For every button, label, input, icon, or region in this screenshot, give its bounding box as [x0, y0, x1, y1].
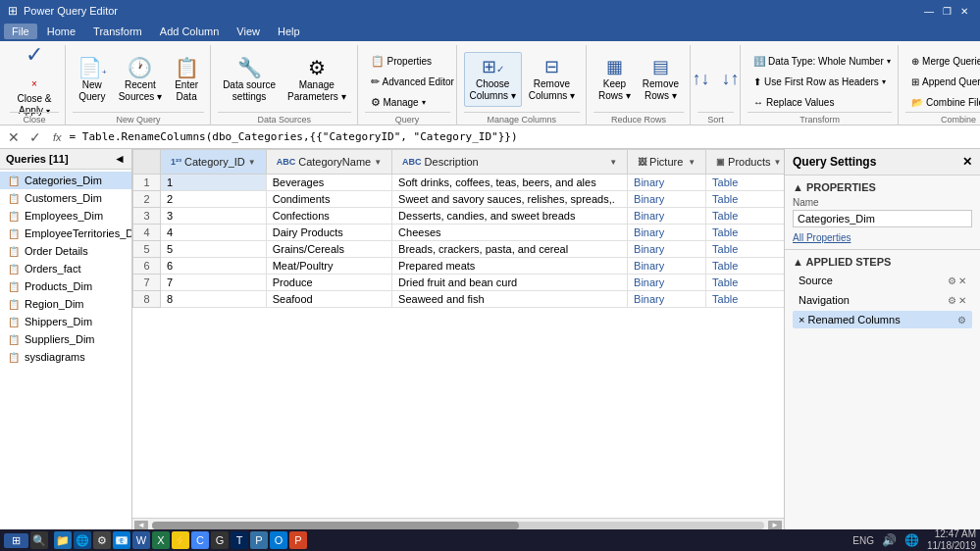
close-btn[interactable]: ✕: [956, 3, 972, 19]
taskbar-icon-python[interactable]: P: [250, 531, 268, 549]
search-btn[interactable]: 🔍: [30, 531, 48, 549]
query-item-region-dim[interactable]: 📋 Region_Dim: [0, 295, 131, 313]
taskbar-icon-explorer[interactable]: 📁: [54, 531, 72, 549]
col-header-description[interactable]: ABC Description ▼: [392, 150, 628, 175]
formula-cancel-btn[interactable]: ✕: [4, 129, 24, 145]
query-label: Customers_Dim: [25, 192, 102, 204]
taskbar-icon-powerpoint[interactable]: P: [289, 531, 307, 549]
step-delete-icon[interactable]: ✕: [958, 276, 966, 286]
replace-values-btn[interactable]: ↔ Replace Values: [748, 92, 892, 112]
close-apply-btn[interactable]: ✓× Close &Apply ▾: [10, 52, 59, 107]
taskbar-network[interactable]: 🌐: [904, 533, 919, 547]
keep-rows-btn[interactable]: ▦ KeepRows ▾: [593, 52, 636, 107]
remove-rows-btn[interactable]: ▤ RemoveRows ▾: [638, 52, 684, 107]
taskbar-icon-powerbi[interactable]: ⚡: [172, 531, 189, 549]
append-queries-btn[interactable]: ⊞ Append Queries ▾: [905, 72, 980, 91]
taskbar-icon-excel[interactable]: X: [152, 531, 170, 549]
col-header-category-name[interactable]: ABC CategoryName ▼: [266, 150, 391, 175]
enter-data-btn[interactable]: 📋 EnterData: [169, 52, 204, 107]
advanced-editor-btn[interactable]: ✏ Advanced Editor: [365, 72, 450, 91]
menu-view[interactable]: View: [229, 24, 268, 39]
query-item-orders-fact[interactable]: 📋 Orders_fact: [0, 260, 131, 277]
taskbar-icon-edge[interactable]: 🌐: [74, 531, 91, 549]
choose-columns-btn[interactable]: ⊞✓ ChooseColumns ▾: [464, 52, 522, 107]
col-header-products[interactable]: ▣ Products ▼: [706, 150, 784, 175]
taskbar-vol[interactable]: 🔊: [882, 533, 897, 547]
query-item-products-dim[interactable]: 📋 Products_Dim: [0, 277, 131, 295]
taskbar-icon-github[interactable]: G: [211, 531, 229, 549]
query-item-employee-territories[interactable]: 📋 EmployeeTerritories_Dim: [0, 225, 131, 242]
start-btn[interactable]: ⊞: [4, 533, 28, 548]
merge-queries-btn[interactable]: ⊕ Merge Queries ▾: [905, 51, 980, 71]
col-filter-icon[interactable]: ▼: [248, 158, 256, 167]
col-filter-icon[interactable]: ▼: [609, 158, 617, 167]
cell-description: Dried fruit and bean curd: [392, 275, 628, 291]
taskbar-icon-chrome[interactable]: C: [191, 531, 209, 549]
table-row: 2 2 Condiments Sweet and savory sauces, …: [133, 191, 785, 208]
properties-btn[interactable]: 📋 Properties: [365, 51, 450, 71]
manage-btn[interactable]: ⚙ Manage ▾: [365, 92, 450, 112]
data-type-btn[interactable]: 🔢 Data Type: Whole Number ▾: [748, 51, 892, 71]
taskbar-icon-terminal[interactable]: T: [231, 531, 248, 549]
taskbar: ⊞ 🔍 📁 🌐 ⚙ 📧 W X ⚡ C G T P O P ENG 🔊 🌐 12…: [0, 529, 980, 551]
menu-transform[interactable]: Transform: [85, 24, 150, 39]
query-item-customers-dim[interactable]: 📋 Customers_Dim: [0, 189, 131, 207]
query-item-employees-dim[interactable]: 📋 Employees_Dim: [0, 207, 131, 225]
formula-confirm-btn[interactable]: ✓: [26, 129, 45, 145]
query-item-sysdiagrams[interactable]: 📋 sysdiagrams: [0, 348, 131, 366]
manage-parameters-btn[interactable]: ⚙ ManageParameters ▾: [283, 52, 350, 107]
combine-files-btn[interactable]: 📂 Combine Files: [905, 92, 980, 112]
queries-collapse-btn[interactable]: ◄: [114, 152, 126, 166]
use-first-row-btn[interactable]: ⬆ Use First Row as Headers ▾: [748, 72, 892, 91]
query-label: EmployeeTerritories_Dim: [25, 227, 131, 239]
applied-steps-title: ▲ APPLIED STEPS: [793, 256, 972, 268]
query-item-order-details[interactable]: 📋 Order Details: [0, 242, 131, 260]
maximize-btn[interactable]: ❐: [939, 3, 954, 19]
table-row: 1 1 Beverages Soft drinks, coffees, teas…: [133, 175, 785, 191]
step-renamed-columns[interactable]: × Renamed Columns ⚙: [793, 311, 972, 328]
formula-input[interactable]: [66, 130, 976, 143]
taskbar-icon-mail[interactable]: 📧: [113, 531, 130, 549]
menu-file[interactable]: File: [4, 24, 37, 39]
step-delete-icon[interactable]: ✕: [958, 295, 966, 306]
query-label: Orders_fact: [25, 263, 80, 275]
query-name-input[interactable]: [793, 210, 972, 227]
query-label: Categories_Dim: [25, 175, 102, 186]
step-settings-icon[interactable]: ⚙: [948, 276, 956, 286]
taskbar-icon-settings[interactable]: ⚙: [93, 531, 111, 549]
cell-category-name: Beverages: [266, 175, 391, 191]
data-source-settings-btn[interactable]: 🔧 Data sourcesettings: [218, 52, 281, 107]
col-header-picture[interactable]: 🖼 Picture ▼: [628, 150, 706, 175]
all-properties-link[interactable]: All Properties: [793, 232, 851, 243]
new-query-btn[interactable]: 📄+ NewQuery: [73, 52, 112, 107]
menu-add-column[interactable]: Add Column: [152, 24, 228, 39]
sort-desc-btn[interactable]: ↓↑: [717, 52, 745, 107]
query-item-suppliers-dim[interactable]: 📋 Suppliers_Dim: [0, 330, 131, 348]
taskbar-icon-outlook[interactable]: O: [270, 531, 287, 549]
sort-asc-btn[interactable]: ↑↓: [688, 52, 715, 107]
row-number: 1: [133, 175, 161, 191]
col-filter-icon[interactable]: ▼: [688, 158, 696, 167]
taskbar-icon-word[interactable]: W: [132, 531, 150, 549]
grid-container[interactable]: 1²³ Category_ID ▼ ABC CategoryName ▼: [132, 149, 784, 518]
col-filter-icon[interactable]: ▼: [774, 158, 782, 167]
query-item-shippers-dim[interactable]: 📋 Shippers_Dim: [0, 313, 131, 330]
step-source[interactable]: Source ⚙ ✕: [793, 272, 972, 289]
col-header-category-id[interactable]: 1²³ Category_ID ▼: [161, 150, 267, 175]
menu-help[interactable]: Help: [270, 24, 308, 39]
date-display: 11/18/2019: [927, 540, 976, 551]
cell-category-id: 7: [161, 275, 267, 291]
col-filter-icon[interactable]: ▼: [374, 158, 382, 167]
menu-home[interactable]: Home: [39, 24, 83, 39]
query-item-categories-dim[interactable]: 📋 Categories_Dim: [0, 172, 131, 189]
minimize-btn[interactable]: —: [921, 3, 937, 19]
step-settings-icon[interactable]: ⚙: [948, 295, 956, 306]
step-settings-icon[interactable]: ⚙: [957, 315, 966, 326]
settings-close-btn[interactable]: ✕: [962, 155, 972, 169]
step-navigation[interactable]: Navigation ⚙ ✕: [793, 291, 972, 309]
row-number: 3: [133, 208, 161, 225]
recent-sources-btn[interactable]: 🕐 RecentSources ▾: [114, 52, 167, 107]
remove-columns-btn[interactable]: ⊟ RemoveColumns ▾: [524, 52, 580, 107]
query-label: sysdiagrams: [25, 351, 85, 363]
cell-picture: Binary: [628, 241, 706, 258]
